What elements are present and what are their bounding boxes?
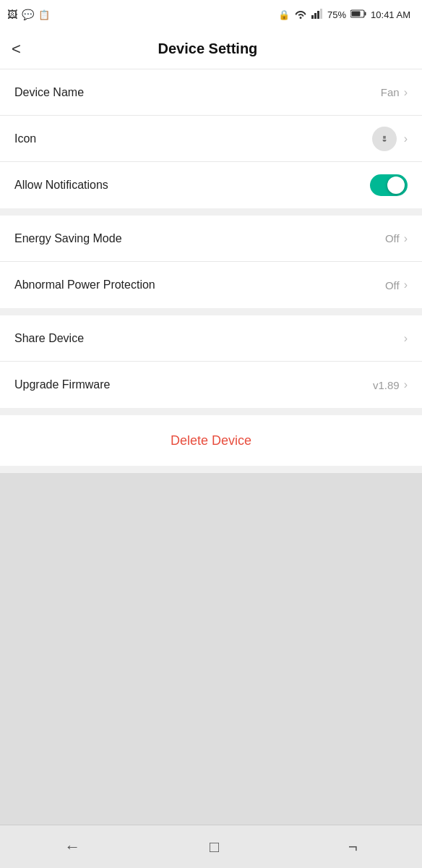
section-power: Energy Saving Mode Off › Abnormal Power … [0,216,422,308]
share-device-chevron-icon: › [404,332,408,345]
device-name-row[interactable]: Device Name Fan › [0,69,422,116]
nav-recent-button[interactable]: ⌐ [348,838,358,856]
status-icons-left: 🖼 💬 📋 [7,9,50,20]
svg-rect-1 [314,13,316,19]
abnormal-power-label: Abnormal Power Protection [14,278,155,292]
abnormal-power-right: Off › [385,278,408,292]
time-display: 10:41 AM [371,9,410,20]
abnormal-power-chevron-icon: › [404,278,408,292]
section-gap-3 [0,408,422,415]
back-button[interactable]: < [12,41,21,57]
section-basic: Device Name Fan › Icon › Allow Notificat… [0,69,422,208]
energy-saving-chevron-icon: › [404,232,408,245]
svg-rect-8 [383,135,384,138]
lock-icon: 🔒 [278,9,290,20]
device-name-label: Device Name [14,86,84,99]
allow-notifications-row[interactable]: Allow Notifications [0,162,422,208]
svg-rect-9 [384,135,386,138]
section-gap-2 [0,308,422,315]
status-bar: 🖼 💬 📋 🔒 75% 10:41 AM [0,0,422,29]
page-header: < Device Setting [0,29,422,69]
upgrade-firmware-right: v1.89 › [373,378,408,391]
section-gap-1 [0,208,422,216]
delete-device-button[interactable]: Delete Device [171,433,251,448]
page-title: Device Setting [33,41,383,57]
energy-saving-label: Energy Saving Mode [14,232,122,245]
energy-saving-right: Off › [385,232,408,245]
device-name-chevron-icon: › [404,86,408,99]
battery-percentage: 75% [327,9,346,20]
energy-saving-row[interactable]: Energy Saving Mode Off › [0,216,422,262]
nav-home-button[interactable]: □ [210,838,219,856]
energy-saving-value: Off [385,232,400,244]
svg-rect-0 [311,15,314,19]
icon-right: › [372,127,408,151]
message-notification-icon: 💬 [22,9,34,20]
svg-rect-6 [352,11,361,16]
upgrade-firmware-label: Upgrade Firmware [14,378,110,391]
toggle-thumb [387,176,405,194]
upgrade-firmware-value: v1.89 [373,379,400,391]
wifi-icon [294,9,307,21]
section-gap-4 [0,466,422,473]
battery-icon [350,9,366,20]
abnormal-power-value: Off [385,279,400,292]
device-name-right: Fan › [381,86,408,99]
bottom-gray-area [0,473,422,825]
bottom-nav: ← □ ⌐ [0,825,422,868]
delete-section: Delete Device [0,415,422,466]
device-name-value: Fan [381,86,400,98]
icon-chevron-icon: › [404,132,408,145]
signal-icon [311,9,323,21]
svg-rect-2 [317,11,319,19]
share-device-label: Share Device [14,332,84,345]
svg-point-7 [378,132,390,145]
allow-notifications-toggle[interactable] [370,174,408,196]
share-device-right: › [402,332,408,345]
share-device-row[interactable]: Share Device › [0,315,422,362]
nav-back-button[interactable]: ← [64,838,80,856]
svg-rect-5 [365,12,366,15]
icon-preview [372,127,397,151]
icon-row[interactable]: Icon › [0,116,422,162]
abnormal-power-row[interactable]: Abnormal Power Protection Off › [0,262,422,308]
image-notification-icon: 🖼 [7,9,17,20]
status-right-group: 🔒 75% 10:41 AM [278,9,410,21]
allow-notifications-label: Allow Notifications [14,179,108,192]
svg-rect-3 [320,9,322,19]
upgrade-firmware-row[interactable]: Upgrade Firmware v1.89 › [0,362,422,408]
section-device-mgmt: Share Device › Upgrade Firmware v1.89 › [0,315,422,408]
file-notification-icon: 📋 [38,9,50,20]
icon-label: Icon [14,132,36,145]
upgrade-firmware-chevron-icon: › [404,378,408,391]
